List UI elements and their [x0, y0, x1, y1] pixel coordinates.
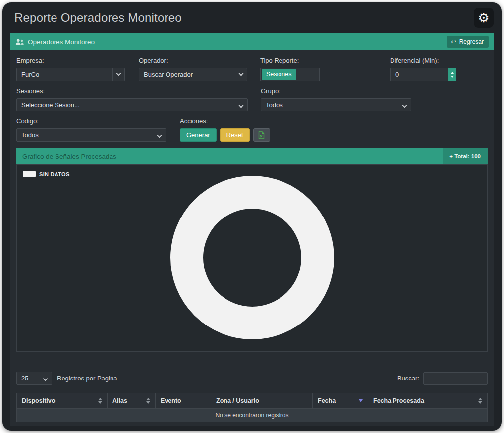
legend-swatch [23, 171, 36, 177]
page-title: Reporte Operadores Monitoreo [14, 11, 182, 25]
back-arrow-icon: ↩ [451, 39, 456, 45]
chart-total-badge: + Total: 100 [443, 148, 488, 164]
operador-field: Operador: Buscar Operador [139, 57, 247, 81]
chart-title: Grafico de Señales Procesadas [22, 153, 116, 160]
diferencial-label: Diferencial (Min): [390, 57, 456, 64]
operador-label: Operador: [139, 57, 247, 64]
search-label: Buscar: [397, 375, 419, 382]
table-header-row: Dispositivo Alias Evento Zona / Usuario [16, 393, 488, 409]
search-box: Buscar: [397, 372, 488, 385]
form-row-2: Sesiones: Seleccione Sesion... Grupo: To… [16, 87, 488, 111]
column-header-fecha[interactable]: Fecha [312, 393, 368, 409]
chart-header: Grafico de Señales Procesadas + Total: 1… [16, 148, 488, 164]
reset-button[interactable]: Reset [220, 128, 250, 142]
empty-results-row: No se encontraron registros [16, 409, 488, 422]
page-size-value: 25 [21, 375, 28, 382]
tipo-reporte-input[interactable]: Sesiones [260, 68, 320, 81]
chevron-down-icon [239, 101, 243, 108]
chevron-down-icon [112, 68, 124, 81]
grupo-label: Grupo: [261, 87, 411, 95]
operador-select[interactable]: Buscar Operador [139, 68, 247, 81]
sort-icon [478, 398, 482, 404]
empty-message: No se encontraron registros [215, 412, 288, 419]
sesiones-field: Sesiones: Seleccione Sesion... [16, 87, 248, 111]
codigo-field: Codigo: Todos [16, 117, 166, 142]
chart-panel: Grafico de Señales Procesadas + Total: 1… [16, 148, 488, 352]
spinner-down-icon[interactable] [451, 76, 454, 78]
chevron-down-icon [44, 375, 47, 382]
sort-icon [98, 398, 102, 404]
acciones-label: Acciones: [180, 117, 270, 125]
page-size-label: Registros por Pagina [57, 375, 117, 382]
diferencial-input-wrap [390, 68, 456, 81]
settings-button[interactable]: ⚙ [474, 8, 494, 28]
titlebar: Reporte Operadores Monitoreo ⚙ [2, 2, 502, 33]
users-icon [15, 39, 24, 45]
chevron-down-icon [235, 68, 247, 81]
spinner-up-icon[interactable] [451, 72, 454, 74]
sort-desc-icon [359, 399, 363, 402]
operador-value: Buscar Operador [144, 71, 193, 78]
sesiones-value: Seleccione Sesion... [21, 101, 80, 108]
chart-legend[interactable]: SIN DATOS [23, 171, 70, 177]
search-input[interactable] [423, 372, 488, 385]
grupo-field: Grupo: Todos [261, 87, 411, 111]
grupo-value: Todos [266, 101, 283, 108]
acciones-field: Acciones: Generar Reset [180, 117, 270, 142]
page-size-select[interactable]: 25 [16, 372, 52, 385]
tipo-reporte-label: Tipo Reporte: [260, 57, 320, 64]
operadores-panel: Operadores Monitoreo ↩ Regresar Empresa:… [10, 33, 494, 426]
form-row-1: Empresa: FurCo Operador: Buscar Operador… [16, 57, 488, 81]
empresa-field: Empresa: FurCo [16, 57, 125, 81]
tipo-reporte-tag[interactable]: Sesiones [262, 69, 296, 80]
sort-icon [146, 398, 150, 404]
column-header-evento[interactable]: Evento [155, 393, 211, 409]
column-header-fecha-procesada[interactable]: Fecha Procesada [368, 393, 488, 409]
legend-label: SIN DATOS [39, 171, 70, 177]
panel-header-left: Operadores Monitoreo [15, 38, 95, 46]
column-header-zona-usuario[interactable]: Zona / Usuario [211, 393, 312, 409]
donut-chart [170, 176, 334, 339]
regresar-button[interactable]: ↩ Regresar [447, 36, 489, 48]
chart-body: SIN DATOS [16, 164, 488, 352]
panel-title: Operadores Monitoreo [28, 38, 95, 46]
regresar-label: Regresar [459, 38, 484, 45]
acciones-buttons: Generar Reset [180, 128, 270, 142]
app-window: Reporte Operadores Monitoreo ⚙ Operadore… [2, 2, 502, 431]
form-row-3: Codigo: Todos Acciones: Generar Reset [16, 117, 488, 142]
number-spinner[interactable] [448, 68, 456, 81]
column-header-alias[interactable]: Alias [107, 393, 155, 409]
table-controls: 25 Registros por Pagina Buscar: [16, 372, 488, 385]
gear-icon: ⚙ [478, 11, 489, 24]
generar-button[interactable]: Generar [180, 128, 217, 142]
export-excel-button[interactable] [253, 128, 270, 142]
codigo-label: Codigo: [16, 117, 166, 125]
sesiones-label: Sesiones: [16, 87, 248, 95]
empresa-select[interactable]: FurCo [16, 68, 125, 81]
panel-header: Operadores Monitoreo ↩ Regresar [10, 33, 494, 50]
codigo-select[interactable]: Todos [16, 128, 166, 142]
column-header-dispositivo[interactable]: Dispositivo [16, 393, 107, 409]
tipo-reporte-field: Tipo Reporte: Sesiones [260, 57, 320, 81]
excel-file-icon [258, 131, 265, 139]
diferencial-field: Diferencial (Min): [390, 57, 456, 81]
chevron-down-icon [158, 131, 161, 139]
results-table: Dispositivo Alias Evento Zona / Usuario [16, 393, 488, 422]
panel-body: Empresa: FurCo Operador: Buscar Operador… [10, 50, 494, 426]
diferencial-input[interactable] [391, 68, 456, 81]
codigo-value: Todos [21, 131, 39, 139]
chevron-down-icon [403, 101, 406, 108]
grupo-select[interactable]: Todos [261, 98, 411, 111]
sesiones-select[interactable]: Seleccione Sesion... [16, 98, 248, 111]
empresa-value: FurCo [21, 71, 39, 78]
empresa-label: Empresa: [16, 57, 125, 64]
